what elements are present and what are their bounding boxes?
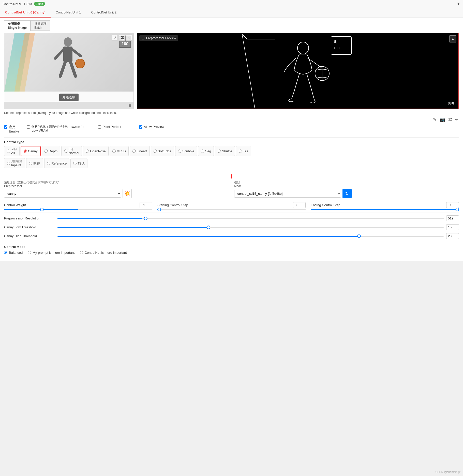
model-select[interactable]: control_sd15_canny [fef5e48e] <box>234 190 341 198</box>
model-col: 模型 Model control_sd15_canny [fef5e48e] ↻ <box>234 181 459 198</box>
enable-checkbox-item: 启用 Enable <box>4 125 19 133</box>
radio-ip2p[interactable]: IP2P <box>26 158 43 168</box>
action-icons: ✎ 📷 ⇄ ↵ <box>4 117 459 122</box>
allow-preview-checkbox[interactable] <box>139 125 142 129</box>
top-bar: ControlNet v1.1.313 1 unit ▼ <box>0 0 463 8</box>
divider-1 <box>4 137 459 138</box>
enable-checkbox[interactable] <box>4 125 7 129</box>
radio-openpose[interactable]: OpenPose <box>83 146 108 156</box>
radio-t2ia[interactable]: T2IA <box>70 158 87 168</box>
svg-text:100: 100 <box>334 46 340 50</box>
sub-tab-batch[interactable]: 批量处理 Batch <box>31 20 50 31</box>
radio-scribble[interactable]: Scribble <box>175 146 197 156</box>
radio-mlsd[interactable]: MLSD <box>110 146 129 156</box>
preprocessor-resolution-value[interactable] <box>446 215 459 221</box>
starting-step-slider[interactable] <box>157 209 306 210</box>
model-label-cn: 模型 <box>234 181 459 184</box>
red-arrow-indicator: ↓ <box>4 172 459 180</box>
canny-low-value[interactable] <box>446 224 459 230</box>
preprocessor-label-en: Preprocessor <box>4 184 229 188</box>
preprocessor-select-wrapper: canny 💥 <box>4 189 229 198</box>
radio-lineart[interactable]: Lineart <box>130 146 150 156</box>
control-weight-col: Control Weight <box>4 202 152 210</box>
radio-softedge[interactable]: SoftEdge <box>151 146 174 156</box>
low-vram-checkbox[interactable] <box>27 125 30 129</box>
preprocessor-resolution-slider[interactable] <box>57 218 444 219</box>
low-vram-checkbox-item: 低显存优化（需配合启动参数"--lowvram"） Low VRAM <box>27 125 85 132</box>
sub-tab-single[interactable]: 单张图像 Single Image <box>4 20 31 31</box>
divider-3 <box>4 242 459 242</box>
radio-shuffle[interactable]: Shuffle <box>215 146 235 156</box>
canny-high-value[interactable] <box>446 233 459 239</box>
radio-inpaint[interactable]: 局部重绘 Inpaint <box>4 158 25 168</box>
canny-low-slider[interactable] <box>57 227 444 228</box>
starting-step-value[interactable] <box>293 202 306 208</box>
control-weight-slider[interactable] <box>4 209 152 210</box>
three-slider-row: Control Weight Starting Control Step End… <box>4 202 459 210</box>
image-placeholder: S|100 <box>4 33 133 92</box>
main-content: 单张图像 Single Image 批量处理 Batch 图像 Image <box>0 18 463 261</box>
svg-rect-1 <box>63 47 72 62</box>
starting-step-col: Starting Control Step <box>157 202 306 210</box>
camera-icon[interactable]: 📷 <box>440 117 445 122</box>
refresh-model-btn[interactable]: ↻ <box>342 189 352 198</box>
preview-canvas: S| 100 <box>137 33 458 109</box>
control-type-row2: 局部重绘 Inpaint IP2P Reference T2IA <box>4 158 459 168</box>
ending-step-value[interactable] <box>446 202 459 208</box>
close-image-btn[interactable]: ✕ <box>126 35 132 41</box>
radio-depth[interactable]: Depth <box>42 146 61 156</box>
canny-high-slider[interactable] <box>57 236 444 237</box>
tab-unit1[interactable]: ControlNet Unit 1 <box>51 8 86 18</box>
pixel-perfect-checkbox[interactable] <box>98 125 101 129</box>
enter-icon[interactable]: ↵ <box>455 117 459 122</box>
mode-my-prompt[interactable]: My prompt is more important <box>28 251 74 255</box>
control-weight-value[interactable] <box>140 202 152 208</box>
starting-step-label: Starting Control Step <box>157 203 198 207</box>
svg-line-3 <box>72 50 81 56</box>
start-draw-btn[interactable]: 开始绘制 <box>59 94 79 101</box>
control-mode-radio-row: Balanced My prompt is more important Con… <box>4 251 459 255</box>
preprocessor-label-cn: 预处理器（直接上传模式图或草稿时可选"无"） <box>4 181 229 184</box>
radio-tile[interactable]: Tile <box>236 146 251 156</box>
ending-step-slider[interactable] <box>311 209 459 210</box>
control-mode-label: Control Mode <box>4 245 459 249</box>
svg-point-6 <box>76 59 85 68</box>
svg-line-5 <box>70 62 76 76</box>
preprocessor-select[interactable]: canny <box>4 190 121 198</box>
canny-preview-svg: S| 100 <box>234 34 362 108</box>
undo-btn[interactable]: ↺ <box>112 35 118 41</box>
preprocessor-model-section: 预处理器（直接上传模式图或草稿时可选"无"） Preprocessor cann… <box>4 181 459 198</box>
mode-controlnet[interactable]: ControlNet is more important <box>80 251 127 255</box>
control-type-row1: 全部 All Canny Depth 正态 Norm <box>4 146 459 156</box>
preview-label: ☐ Preprocessor Preview <box>139 35 178 41</box>
radio-seg[interactable]: Seg <box>198 146 214 156</box>
hint-text: Set the preprocessor to [invert] If your… <box>4 111 459 115</box>
canny-high-label: Canny High Threshold <box>4 234 55 238</box>
canny-low-label: Canny Low Threshold <box>4 225 55 229</box>
edit-icon[interactable]: ✎ <box>433 117 437 122</box>
collapse-icon[interactable]: ▼ <box>456 2 460 6</box>
mode-balanced[interactable]: Balanced <box>4 251 23 255</box>
checkbox-row: 启用 Enable 低显存优化（需配合启动参数"--lowvram"） Low … <box>4 125 459 133</box>
radio-normal[interactable]: 正态 Normal <box>61 146 82 156</box>
grid-icon[interactable]: ⊞ <box>128 103 131 107</box>
image-upload-area[interactable]: 图像 Image <box>4 33 134 109</box>
radio-reference[interactable]: Reference <box>44 158 69 168</box>
tab-unit2[interactable]: ControlNet Unit 2 <box>86 8 122 18</box>
tab-unit0[interactable]: ControlNet Unit 0 [Canny] <box>0 8 51 18</box>
radio-all[interactable]: 全部 All <box>4 146 20 156</box>
eraser-btn[interactable]: ⌫ <box>119 35 125 41</box>
control-type-section: Control Type 全部 All Canny Depth <box>4 140 459 168</box>
canny-high-threshold-row: Canny High Threshold <box>4 233 459 239</box>
radio-canny[interactable]: Canny <box>21 146 41 156</box>
swap-icon[interactable]: ⇄ <box>448 117 452 122</box>
preprocessor-col: 预处理器（直接上传模式图或草稿时可选"无"） Preprocessor cann… <box>4 181 229 198</box>
preview-close-btn[interactable]: 关闭 <box>445 100 456 107</box>
control-type-label: Control Type <box>4 140 459 144</box>
fire-button[interactable]: 💥 <box>123 189 132 198</box>
preprocessor-resolution-label: Preprocessor Resolution <box>4 216 55 220</box>
preview-download-btn[interactable]: ⬇ <box>449 35 456 42</box>
image-controls: ↺ ⌫ ✕ <box>112 35 132 41</box>
image-section: 图像 Image <box>4 33 459 109</box>
preprocessor-preview-area: ☐ Preprocessor Preview ⬇ S| 100 <box>137 33 459 109</box>
